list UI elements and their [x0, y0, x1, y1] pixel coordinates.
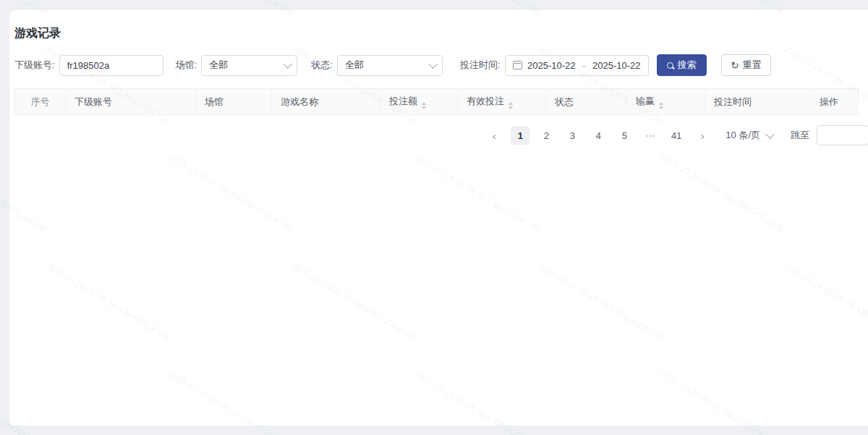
reset-button[interactable]: ↻ 重置	[721, 54, 772, 76]
sort-icon[interactable]	[659, 102, 663, 109]
column-header: 状态	[546, 89, 627, 115]
column-header[interactable]: 有效投注	[458, 89, 546, 115]
column-header: 序号	[15, 89, 66, 115]
venue-select[interactable]: 全部	[201, 55, 297, 76]
sort-icon[interactable]	[509, 102, 513, 109]
calendar-icon	[513, 61, 522, 69]
status-label: 状态:	[311, 59, 333, 72]
status-select-value: 全部	[345, 59, 364, 72]
date-separator: -	[581, 60, 587, 71]
column-header: 投注时间	[705, 89, 811, 115]
reset-button-label: 重置	[742, 59, 761, 72]
page-number-41[interactable]: 41	[667, 126, 686, 145]
column-header: 操作	[811, 89, 859, 115]
sort-icon[interactable]	[422, 102, 426, 109]
page-number-3[interactable]: 3	[563, 126, 582, 145]
jump-to-page: 跳至	[791, 125, 868, 145]
account-label: 下级账号:	[14, 59, 55, 72]
date-start[interactable]: 2025-10-22	[527, 60, 576, 71]
date-range-picker[interactable]: 2025-10-22 - 2025-10-22	[505, 55, 649, 76]
page-size-value: 10 条/页	[726, 129, 760, 142]
venue-label: 场馆:	[176, 59, 197, 72]
jump-page-input[interactable]	[817, 125, 868, 145]
filter-bar: 下级账号: 场馆: 全部 状态: 全部 投注时间: 2025-10-22 - 2…	[14, 54, 868, 76]
account-input[interactable]	[67, 60, 156, 71]
column-header: 下级账号	[66, 89, 196, 115]
search-icon	[667, 62, 673, 69]
chevron-down-icon	[284, 59, 293, 69]
next-page-button[interactable]: ›	[693, 126, 712, 145]
account-input-wrap	[59, 55, 163, 76]
search-button-label: 搜索	[678, 59, 697, 72]
page-number-1[interactable]: 1	[511, 126, 529, 145]
column-header[interactable]: 输赢	[627, 89, 705, 115]
page-ellipsis: ⋯	[641, 126, 660, 145]
page-number-2[interactable]: 2	[537, 126, 556, 145]
records-table: 序号下级账号场馆游戏名称投注额有效投注状态输赢投注时间操作	[14, 88, 859, 115]
venue-select-value: 全部	[209, 59, 228, 72]
bet-time-label: 投注时间:	[460, 59, 501, 72]
content-card: 游戏记录 下级账号: 场馆: 全部 状态: 全部 投注时间: 2025-10-2…	[9, 10, 868, 426]
jump-label: 跳至	[791, 129, 809, 142]
status-select[interactable]: 全部	[337, 55, 443, 76]
column-header[interactable]: 投注额	[380, 89, 458, 115]
reset-icon: ↻	[731, 61, 739, 70]
table-header-row: 序号下级账号场馆游戏名称投注额有效投注状态输赢投注时间操作	[15, 89, 859, 115]
prev-page-button[interactable]: ‹	[485, 126, 503, 145]
column-header: 游戏名称	[272, 89, 380, 115]
chevron-down-icon	[765, 130, 775, 139]
search-button[interactable]: 搜索	[657, 54, 707, 76]
column-header: 场馆	[196, 89, 272, 115]
page-number-4[interactable]: 4	[589, 126, 608, 145]
page-size-select[interactable]: 10 条/页	[726, 129, 772, 142]
pagination: ‹ 12345⋯41 › 10 条/页 跳至	[9, 125, 868, 145]
chevron-down-icon	[428, 59, 438, 69]
page-number-5[interactable]: 5	[615, 126, 634, 145]
page-title: 游戏记录	[14, 26, 868, 41]
date-end[interactable]: 2025-10-22	[592, 60, 641, 71]
